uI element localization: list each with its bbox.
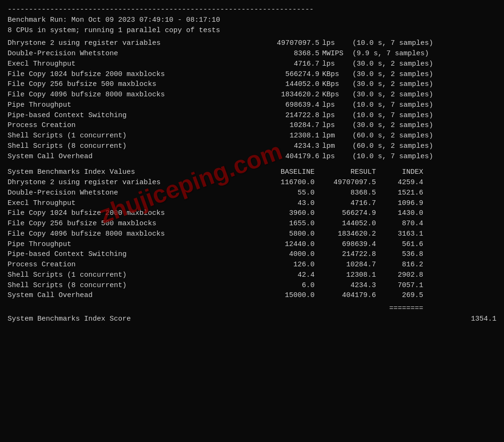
index-row-baseline: 4000.0 [253,249,315,260]
benchmark-row: Dhrystone 2 using register variables 497… [8,38,496,49]
index-row: Process Creation 126.0 10284.7 816.2 [8,260,496,270]
bench-extra: (30.0 s, 2 samples) [352,69,496,80]
score-value: 1354.1 [449,314,496,324]
index-row-baseline: 15000.0 [253,290,315,301]
bench-value: 12308.1 [253,131,319,141]
benchmark-row: Shell Scripts (1 concurrent) 12308.1 lpm… [8,131,496,141]
index-row-result: 144052.0 [315,219,376,229]
index-rows-list: Dhrystone 2 using register variables 116… [8,178,496,301]
index-row: Double-Precision Whetstone 55.0 8368.5 1… [8,188,496,198]
index-col-index: INDEX [376,167,423,178]
index-row-index: 4259.4 [376,178,423,188]
bench-extra: (10.0 s, 7 samples) [352,38,496,49]
index-row-index: 1430.0 [376,208,423,219]
index-row-index: 269.5 [376,290,423,301]
index-row-baseline: 55.0 [253,188,315,198]
index-row-index: 3163.1 [376,229,423,239]
bench-unit: KBps [319,79,352,90]
bench-name: Double-Precision Whetstone [8,49,253,59]
bench-value: 4234.3 [253,141,319,152]
bench-name: Shell Scripts (1 concurrent) [8,131,253,141]
bench-unit: lps [319,120,352,131]
index-row-baseline: 6.0 [253,280,315,291]
bench-extra: (30.0 s, 2 samples) [352,120,496,131]
index-row: File Copy 4096 bufsize 8000 maxblocks 58… [8,229,496,239]
header-line2: 8 CPUs in system; running 1 parallel cop… [8,26,496,36]
bench-unit: lps [319,38,352,49]
index-row-index: 1096.9 [376,198,423,209]
bench-unit: lpm [319,131,352,141]
equals-row: ======== [8,304,496,314]
bench-value: 10284.7 [253,120,319,131]
index-row-name: Double-Precision Whetstone [8,188,253,198]
score-label: System Benchmarks Index Score [8,314,449,324]
bench-name: Shell Scripts (8 concurrent) [8,141,253,152]
index-row-result: 4716.7 [315,198,376,209]
index-row: Shell Scripts (1 concurrent) 42.4 12308.… [8,270,496,280]
index-row: Dhrystone 2 using register variables 116… [8,178,496,188]
index-row: Execl Throughput 43.0 4716.7 1096.9 [8,198,496,209]
bench-unit: lps [319,152,352,162]
bench-name: Process Creation [8,120,253,131]
index-row-name: File Copy 256 bufsize 500 maxblocks [8,219,253,229]
final-score-row: System Benchmarks Index Score 1354.1 [8,314,496,324]
bench-extra: (10.0 s, 7 samples) [352,152,496,162]
terminal-output: ----------------------------------------… [8,5,496,324]
bench-extra: (60.0 s, 2 samples) [352,141,496,152]
bench-extra: (9.9 s, 7 samples) [352,49,496,59]
bench-extra: (10.0 s, 7 samples) [352,100,496,110]
bench-unit: lps [319,100,352,110]
bench-extra: (30.0 s, 2 samples) [352,90,496,100]
bench-extra: (30.0 s, 2 samples) [352,59,496,69]
index-row-index: 536.8 [376,249,423,260]
index-row-baseline: 126.0 [253,260,315,270]
index-row-result: 49707097.5 [315,178,376,188]
benchmarks-section: Dhrystone 2 using register variables 497… [8,38,496,162]
index-row-index: 1521.6 [376,188,423,198]
header-line1: Benchmark Run: Mon Oct 09 2023 07:49:10 … [8,15,496,26]
index-row-name: Pipe Throughput [8,239,253,250]
index-row-name: Shell Scripts (8 concurrent) [8,280,253,291]
index-row: File Copy 256 bufsize 500 maxblocks 1655… [8,219,496,229]
bench-unit: lps [319,59,352,69]
bench-value: 1834620.2 [253,90,319,100]
benchmark-row: System Call Overhead 404179.6 lps (10.0 … [8,152,496,162]
bench-unit: lpm [319,141,352,152]
index-row-result: 8368.5 [315,188,376,198]
bench-unit: KBps [319,69,352,80]
bench-extra: (60.0 s, 2 samples) [352,131,496,141]
bench-value: 8368.5 [253,49,319,59]
index-row-name: File Copy 4096 bufsize 8000 maxblocks [8,229,253,239]
index-row-baseline: 116700.0 [253,178,315,188]
index-row-index: 7057.1 [376,280,423,291]
benchmark-row: Pipe-based Context Switching 214722.8 lp… [8,110,496,121]
index-row-name: Shell Scripts (1 concurrent) [8,270,253,280]
index-row-result: 566274.9 [315,208,376,219]
bench-name: Pipe-based Context Switching [8,110,253,121]
benchmark-row: Pipe Throughput 698639.4 lps (10.0 s, 7 … [8,100,496,110]
header-section: Benchmark Run: Mon Oct 09 2023 07:49:10 … [8,15,496,36]
bench-extra: (30.0 s, 2 samples) [352,79,496,90]
benchmark-row: File Copy 256 bufsize 500 maxblocks 1440… [8,79,496,90]
index-section: System Benchmarks Index Values BASELINE … [8,167,496,301]
index-row-result: 4234.3 [315,280,376,291]
index-row-result: 12308.1 [315,270,376,280]
index-row-name: File Copy 1024 bufsize 2000 maxblocks [8,208,253,219]
index-header-row: System Benchmarks Index Values BASELINE … [8,167,496,178]
bench-name: File Copy 4096 bufsize 8000 maxblocks [8,90,253,100]
bench-name: Dhrystone 2 using register variables [8,38,253,49]
benchmark-row: File Copy 1024 bufsize 2000 maxblocks 56… [8,69,496,80]
index-row-index: 870.4 [376,219,423,229]
separator-top: ----------------------------------------… [8,5,496,15]
index-row-index: 561.6 [376,239,423,250]
bench-unit: KBps [319,90,352,100]
index-row-baseline: 43.0 [253,198,315,209]
index-row-index: 2902.8 [376,270,423,280]
benchmark-row: Double-Precision Whetstone 8368.5 MWIPS … [8,49,496,59]
bench-name: File Copy 256 bufsize 500 maxblocks [8,79,253,90]
index-row: Pipe Throughput 12440.0 698639.4 561.6 [8,239,496,250]
benchmark-row: Execl Throughput 4716.7 lps (30.0 s, 2 s… [8,59,496,69]
index-row-name: Process Creation [8,260,253,270]
index-row-result: 404179.6 [315,290,376,301]
bench-extra: (10.0 s, 7 samples) [352,110,496,121]
